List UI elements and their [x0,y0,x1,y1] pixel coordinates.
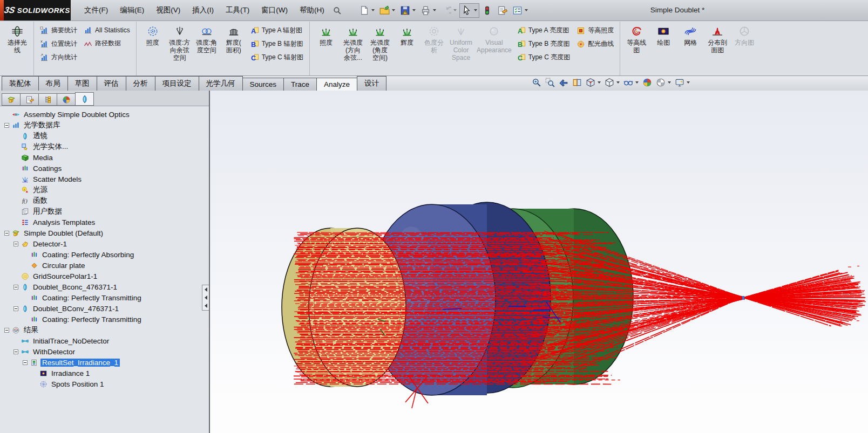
search-icon[interactable] [331,5,343,16]
panel-tab-property-manager[interactable] [20,93,39,106]
dropdown-caret[interactable] [433,9,436,11]
command-tab-9[interactable]: Analyze [316,78,357,91]
tree-item-21[interactable]: InitialTrace_NoDetector [1,335,209,346]
ribbon-button-stats-position[interactable]: 位置统计 [37,37,80,51]
ribbon-button-select-ray[interactable]: 选择光 线 [4,23,31,56]
ribbon-button-profile[interactable]: 分布剖 面图 [704,23,731,56]
tree-item-11[interactable]: Simple Doublet (Default) [1,228,209,238]
tree-item-10[interactable]: Analysis Templates [1,217,209,228]
ribbon-button-type-b-blue[interactable]: BType B 辐射图 [247,37,307,51]
tree-expander[interactable] [13,242,18,246]
tree-item-18[interactable]: Doublet_BConv_476371-1 [1,303,209,314]
menu-item-4[interactable]: 工具(T) [220,3,255,18]
ribbon-button-contour-map[interactable]: 等高线 图 [623,23,650,56]
tree-item-25[interactable]: Spots Position 1 [1,379,209,389]
tree-item-2[interactable]: 透镜 [1,130,209,141]
tree-item-15[interactable]: GridSourcePolar1-1 [1,271,209,281]
tree-expander[interactable] [13,306,18,311]
command-tab-2[interactable]: 草图 [67,76,97,91]
headsup-button-view-orientation[interactable] [586,78,601,87]
command-tab-7[interactable]: Sources [242,78,284,91]
ribbon-button-radiance-area[interactable]: 辉度( 面积) [220,23,247,56]
ribbon-button-type-a-green[interactable]: AType A 亮度图 [514,24,573,37]
dropdown-caret[interactable] [392,9,395,11]
tree-item-7[interactable]: 光源 [1,184,209,195]
tree-item-3[interactable]: 光学实体... [1,141,209,152]
quick-button-properties[interactable] [495,3,510,18]
tree-item-13[interactable]: Coating: Perfectly Absorbing [1,249,209,260]
ribbon-button-stats-all[interactable]: All Statistics [80,24,133,37]
command-tab-10[interactable]: 设计 [357,76,386,91]
dropdown-caret[interactable] [371,9,375,11]
panel-tab-feature-manager[interactable] [2,93,21,106]
dropdown-caret[interactable] [525,9,528,11]
tree-item-14[interactable]: Circular plate [1,260,209,271]
headsup-button-view-settings[interactable] [675,78,690,87]
ribbon-button-intensity-angle[interactable]: 强度:角 度空间 [193,23,220,56]
ribbon-button-type-c-blue[interactable]: CType C 辐射图 [247,51,307,64]
ribbon-button-mesh[interactable]: 网格 [677,23,704,48]
ribbon-button-plot[interactable]: 绘图 [650,23,677,48]
tree-item-0[interactable]: Assembly Simple Doublet Optics [1,109,209,120]
panel-tab-display-manager[interactable] [57,93,76,106]
panel-tab-configuration-manager[interactable] [38,93,57,106]
tree-item-1[interactable]: 光学数据库 [1,120,209,130]
dropdown-caret[interactable] [598,81,601,84]
tree-expander[interactable] [23,360,28,365]
tree-item-8[interactable]: f()函数 [1,195,209,206]
tree-item-12[interactable]: Detector-1 [1,238,209,249]
quick-button-save[interactable] [398,3,418,18]
ribbon-button-visual-appearance[interactable]: Visual Appearance [474,23,514,56]
quick-button-options-list[interactable] [510,3,530,18]
tree-expander[interactable] [13,349,18,354]
command-tab-0[interactable]: 装配体 [2,76,39,91]
ribbon-button-grass[interactable]: 光强度 (角度 空间) [367,23,394,63]
headsup-button-previous-view[interactable] [559,78,568,87]
ribbon-button-direction-map[interactable]: 方向图 [731,23,758,48]
graphics-viewport[interactable] [210,91,868,433]
dropdown-caret[interactable] [412,9,416,11]
headsup-button-display-style[interactable] [605,78,620,87]
quick-button-print[interactable] [418,3,438,18]
headsup-button-apply-scene[interactable] [642,78,652,87]
command-tab-6[interactable]: 光学几何 [199,76,243,91]
dropdown-caret[interactable] [687,81,690,84]
ribbon-button-path-data[interactable]: 路径数据 [80,37,133,50]
dropdown-caret[interactable] [635,81,639,84]
ribbon-button-grass[interactable]: 光强度 (方向 余弦... [340,23,367,63]
tree-item-6[interactable]: Scatter Models [1,174,209,184]
viewport-3d-scene[interactable] [210,91,868,433]
headsup-button-render-options[interactable] [656,78,671,87]
quick-button-select-cursor[interactable] [459,3,479,18]
menu-item-5[interactable]: 窗口(W) [255,3,294,18]
tree-expander[interactable] [4,328,9,333]
menu-item-6[interactable]: 帮助(H) [294,3,330,18]
quick-button-stoplight[interactable] [480,3,494,18]
tree-expander[interactable] [13,285,18,290]
headsup-button-section-view[interactable] [572,78,582,87]
menu-item-0[interactable]: 文件(F) [78,3,114,18]
ribbon-button-type-b-green[interactable]: BType B 亮度图 [514,37,573,51]
tree-expander[interactable] [4,231,9,236]
tree-item-16[interactable]: Doublet_Bconc_476371-1 [1,281,209,292]
ribbon-button-type-a-blue[interactable]: AType A 辐射图 [247,24,307,37]
menu-item-3[interactable]: 插入(I) [186,3,220,18]
dropdown-caret[interactable] [474,9,477,11]
menu-item-1[interactable]: 编辑(E) [114,3,150,18]
tree-expander[interactable] [4,123,9,128]
ribbon-button-grass[interactable]: 照度 [313,23,340,48]
command-tab-4[interactable]: 分析 [126,76,155,91]
menu-item-2[interactable]: 视图(V) [150,3,186,18]
ribbon-button-irradiance-target[interactable]: 照度 [139,23,166,48]
tree-item-17[interactable]: Coating: Perfectly Transmitting [1,292,209,303]
panel-splitter[interactable] [202,285,209,311]
headsup-button-zoom-area[interactable] [545,78,555,87]
quick-button-new-document[interactable] [357,3,377,18]
tree-item-19[interactable]: Coating: Perfectly Transmitting [1,314,209,325]
dropdown-caret[interactable] [668,81,671,84]
tree-item-23[interactable]: ResultSet_Irradiance_1 [1,357,209,368]
ribbon-button-intensity-cosine[interactable]: 强度:方 向余弦 空间 [166,23,193,63]
tree-item-4[interactable]: Media [1,152,209,163]
ribbon-button-type-c-green[interactable]: CType C 亮度图 [514,51,573,64]
headsup-button-hide-show-items[interactable] [623,78,639,87]
